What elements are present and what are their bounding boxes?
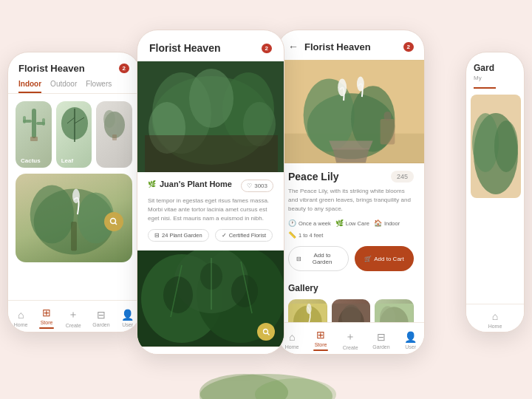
svg-point-38 (263, 329, 267, 333)
tab-flowers[interactable]: Flowers (86, 80, 112, 93)
home-icon: ⌂ (18, 309, 24, 321)
phone4-subtitle: My (474, 75, 516, 81)
phone-screen-4: Gard My ⌂ Home (466, 52, 525, 332)
nav-home[interactable]: ⌂ Home (14, 309, 28, 327)
attr-location: 🏠 Indoor (374, 219, 400, 227)
phone3-header: ← Florist Heaven 2 (278, 30, 424, 60)
nav-create[interactable]: ＋ Create (66, 308, 81, 328)
phone-screen-2: Florist Heaven 2 🌿 Juan's Plant Home ♡ 3… (137, 30, 284, 355)
cactus-label: Cactus (21, 157, 41, 164)
phone2-search-fab[interactable] (257, 323, 275, 341)
plant-card-cactus[interactable]: Cactus (16, 101, 52, 168)
nav-garden[interactable]: ⊟ Garden (231, 354, 248, 355)
phone1-cart-badge[interactable]: 2 (119, 64, 129, 73)
home-label: Home (14, 322, 28, 327)
indoor-icon: 🏠 (374, 219, 382, 227)
svg-rect-2 (23, 116, 26, 123)
home-icon: ⌂ (149, 354, 154, 355)
product-actions: ⊟ Add to Garden 🛒 Add to Cart (288, 246, 414, 271)
phone-screen-1: Florist Heaven 2 Indoor Outdoor Flowers … (7, 52, 140, 332)
nav-home[interactable]: ⌂ Home (285, 331, 299, 349)
like-button[interactable]: ♡ 3003 (241, 180, 273, 192)
product-attributes: 🕐 Once a week 🌿 Low Care 🏠 Indoor 📏 1 to… (288, 219, 414, 239)
create-label: Create (66, 323, 81, 328)
home-label: Home (285, 344, 299, 349)
garden-label: Garden (92, 322, 109, 327)
product-header: Peace Lily 245 (288, 171, 414, 183)
garden-btn-label: Add to Garden (304, 252, 341, 265)
create-icon: ＋ (204, 353, 214, 355)
phone1-featured-plant[interactable] (16, 174, 132, 262)
svg-rect-47 (381, 119, 395, 145)
product-name: Peace Lily (288, 171, 339, 183)
create-label: Create (343, 345, 358, 350)
phone2-cart-badge[interactable]: 2 (262, 44, 272, 53)
user-icon: 👤 (121, 309, 134, 321)
svg-point-62 (200, 374, 332, 399)
store-badges: ⊟ 24 Plant Garden ✓ Certified Florist (137, 229, 284, 249)
phone3-title: Florist Heaven (304, 41, 398, 52)
nav-user[interactable]: 👤 User (121, 309, 134, 327)
svg-point-14 (30, 185, 74, 244)
heart-icon: ♡ (247, 183, 252, 189)
svg-rect-17 (71, 222, 77, 251)
plant-card-plant3[interactable] (96, 101, 132, 168)
svg-point-16 (72, 189, 80, 204)
nav-store[interactable]: ⊞ Store (174, 354, 186, 355)
nav-home[interactable]: ⌂ Home (145, 354, 159, 355)
add-to-garden-button[interactable]: ⊟ Add to Garden (288, 246, 349, 271)
nav-home-p4[interactable]: ⌂ Home (488, 310, 502, 329)
add-to-cart-button[interactable]: 🛒 Add to Cart (355, 246, 414, 271)
store-icon: ⊞ (175, 354, 184, 355)
svg-point-24 (189, 69, 233, 128)
phone2-hero (137, 61, 284, 172)
nav-user[interactable]: 👤 User (404, 331, 417, 349)
svg-rect-0 (32, 109, 36, 138)
phone3-product-hero (278, 60, 424, 163)
home-icon: ⌂ (492, 310, 498, 322)
badge-plant-label: 24 Plant Garden (162, 232, 202, 239)
cart-btn-icon: 🛒 (364, 256, 372, 262)
nav-store[interactable]: ⊞ Store (39, 307, 54, 329)
svg-rect-5 (30, 137, 38, 141)
badge-certified: ✓ Certified Florist (215, 229, 273, 242)
phone2-title: Florist Heaven (149, 42, 220, 54)
home-label: Home (488, 324, 502, 329)
user-label: User (122, 322, 133, 327)
svg-point-63 (200, 374, 288, 399)
user-label: User (405, 344, 416, 349)
user-icon: 👤 (264, 354, 276, 355)
garden-icon: ⊟ (154, 232, 160, 239)
cart-btn-label: Add to Cart (374, 256, 403, 262)
badge-plant-garden: ⊟ 24 Plant Garden (148, 229, 209, 242)
phone1-tabs: Indoor Outdoor Flowers (8, 80, 140, 94)
tab-indoor[interactable]: Indoor (18, 80, 41, 93)
phone1-search-fab[interactable] (104, 212, 123, 231)
plant-card-leaf[interactable]: Leaf (56, 101, 92, 168)
nav-garden[interactable]: ⊟ Garden (92, 309, 109, 327)
svg-rect-27 (145, 135, 278, 172)
nav-garden[interactable]: ⊟ Garden (372, 331, 389, 349)
tab-outdoor[interactable]: Outdoor (50, 80, 77, 93)
nav-create[interactable]: ＋ Create (343, 330, 358, 350)
store-label: Store (315, 342, 327, 347)
attr-watering-label: Once a week (299, 220, 331, 227)
product-id: 245 (391, 171, 414, 183)
phone1-bottom-nav: ⌂ Home ⊞ Store ＋ Create ⊟ Garden 👤 User (8, 300, 140, 332)
nav-create[interactable]: ＋ Create (201, 353, 216, 355)
nav-store[interactable]: ⊞ Store (313, 329, 328, 351)
svg-line-19 (115, 223, 117, 225)
garden-label: Garden (372, 344, 389, 349)
phone3-cart-badge[interactable]: 2 (403, 42, 414, 52)
leaf-label: Leaf (61, 157, 73, 164)
svg-rect-48 (384, 112, 392, 120)
garden-icon: ⊟ (97, 309, 106, 321)
svg-point-11 (103, 110, 115, 128)
badge-certified-label: Certified Florist (229, 232, 266, 239)
phone-screen-3: ← Florist Heaven 2 Peace (277, 30, 425, 355)
svg-point-46 (357, 76, 364, 91)
phone2-bottom-nav: ⌂ Home ⊞ Store ＋ Create ⊟ Garden 👤 User (137, 347, 284, 355)
nav-user[interactable]: 👤 User (264, 354, 276, 355)
back-button[interactable]: ← (288, 41, 299, 52)
leaf-decoration (192, 359, 340, 399)
